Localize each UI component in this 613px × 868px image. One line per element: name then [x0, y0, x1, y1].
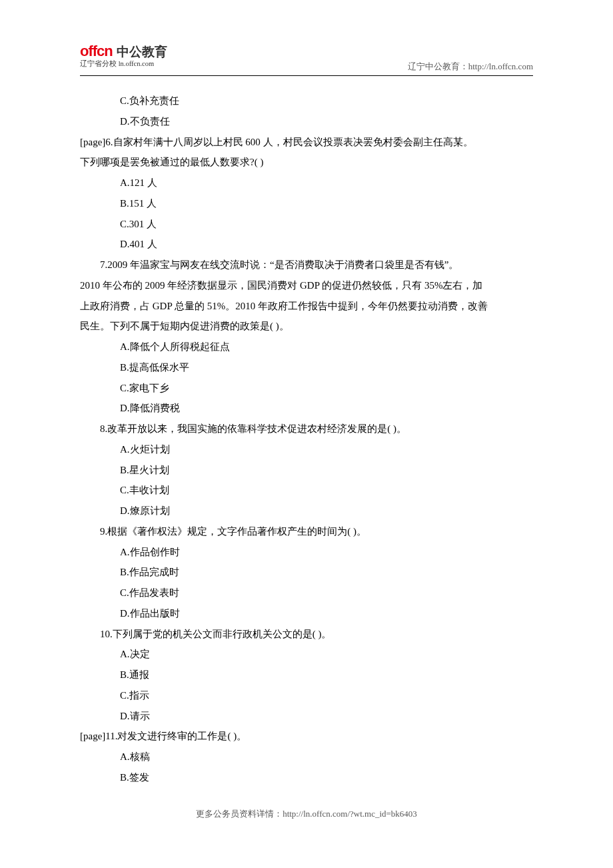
- q8-option-d: D.燎原计划: [80, 501, 533, 521]
- q8-option-c: C.丰收计划: [80, 480, 533, 501]
- q7-stem-line4: 民生。下列不属于短期内促进消费的政策是( )。: [80, 316, 533, 337]
- q7-option-c: C.家电下乡: [80, 378, 533, 399]
- page-footer: 更多公务员资料详情：http://ln.offcn.com/?wt.mc_id=…: [0, 808, 613, 820]
- q9-option-a: A.作品创作时: [80, 542, 533, 563]
- q9-stem: 9.根据《著作权法》规定，文字作品著作权产生的时间为( )。: [80, 521, 533, 542]
- q8-option-a: A.火炬计划: [80, 439, 533, 460]
- q11-option-b: B.签发: [80, 767, 533, 788]
- q6-stem-line2: 下列哪项是罢免被通过的最低人数要求?( ): [80, 152, 533, 173]
- q10-option-b: B.通报: [80, 665, 533, 685]
- q7-option-a: A.降低个人所得税起征点: [80, 337, 533, 357]
- q6-option-d: D.401 人: [80, 234, 533, 255]
- q6-option-a: A.121 人: [80, 173, 533, 193]
- q10-option-c: C.指示: [80, 685, 533, 706]
- q9-option-c: C.作品发表时: [80, 583, 533, 603]
- document-body: C.负补充责任 D.不负责任 [page]6.自家村年满十八周岁以上村民 600…: [80, 91, 533, 788]
- q7-stem-line3: 上政府消费，占 GDP 总量的 51%。2010 年政府工作报告中提到，今年仍然…: [80, 296, 533, 317]
- q8-option-b: B.星火计划: [80, 460, 533, 481]
- q10-stem: 10.下列属于党的机关公文而非行政机关公文的是( )。: [80, 624, 533, 645]
- q7-option-d: D.降低消费税: [80, 398, 533, 419]
- q6-option-c: C.301 人: [80, 214, 533, 235]
- logo-text-cn: 中公教育: [117, 43, 167, 61]
- q7-stem-line2: 2010 年公布的 2009 年经济数据显示，国民消费对 GDP 的促进仍然较低…: [80, 275, 533, 296]
- q8-stem: 8.改革开放以来，我国实施的依靠科学技术促进农村经济发展的是( )。: [80, 419, 533, 439]
- q11-option-a: A.核稿: [80, 747, 533, 767]
- q11-stem: [page]11.对发文进行终审的工作是( )。: [80, 726, 533, 747]
- q5-option-d: D.不负责任: [80, 111, 533, 132]
- q10-option-d: D.请示: [80, 706, 533, 727]
- page-header: offcn 中公教育 辽宁省分校 ln.offcn.com 辽宁中公教育：htt…: [80, 45, 533, 76]
- logo-text-en: offcn: [80, 43, 113, 60]
- logo-subtext: 辽宁省分校 ln.offcn.com: [80, 59, 167, 69]
- q7-stem-line1: 7.2009 年温家宝与网友在线交流时说：“是否消费取决于消费者口袋里是否有钱”…: [80, 255, 533, 275]
- brand-logo: offcn 中公教育 辽宁省分校 ln.offcn.com: [80, 43, 167, 69]
- q9-option-d: D.作品出版时: [80, 603, 533, 624]
- footer-link[interactable]: http://ln.offcn.com/?wt.mc_id=bk6403: [283, 809, 417, 819]
- q9-option-b: B.作品完成时: [80, 562, 533, 583]
- q10-option-a: A.决定: [80, 644, 533, 665]
- header-source-label: 辽宁中公教育：: [408, 61, 468, 71]
- header-source: 辽宁中公教育：http://ln.offcn.com: [408, 61, 533, 73]
- q5-option-c: C.负补充责任: [80, 91, 533, 111]
- header-source-link[interactable]: http://ln.offcn.com: [468, 61, 533, 71]
- q6-option-b: B.151 人: [80, 193, 533, 214]
- q7-option-b: B.提高低保水平: [80, 357, 533, 378]
- document-page: offcn 中公教育 辽宁省分校 ln.offcn.com 辽宁中公教育：htt…: [0, 0, 613, 848]
- footer-label: 更多公务员资料详情：: [196, 809, 283, 819]
- logo-row-top: offcn 中公教育: [80, 43, 167, 61]
- q6-stem-line1: [page]6.自家村年满十八周岁以上村民 600 人，村民会议投票表决罢免村委…: [80, 132, 533, 153]
